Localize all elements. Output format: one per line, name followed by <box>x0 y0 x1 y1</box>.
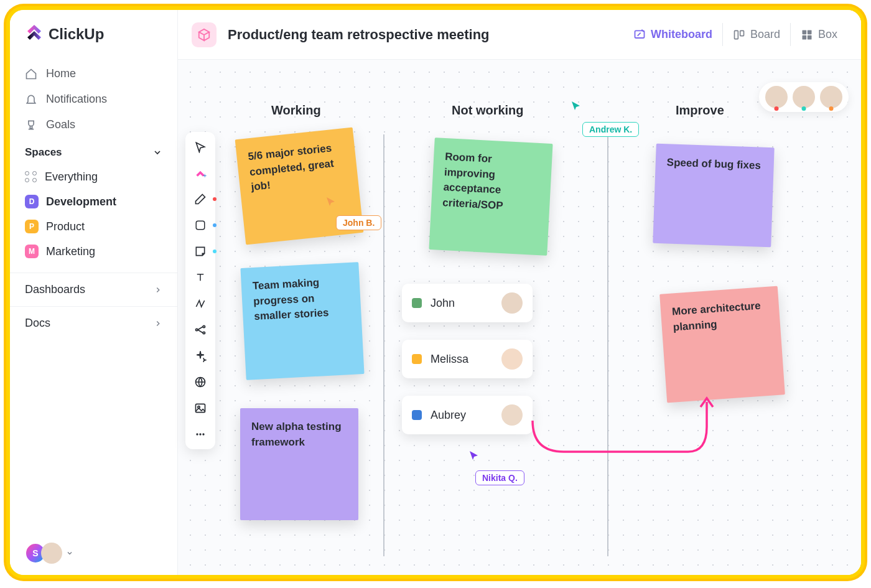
home-icon <box>25 68 37 80</box>
space-badge: M <box>25 245 39 258</box>
sidebar-docs[interactable]: Docs <box>10 306 177 340</box>
chevron-down-icon[interactable] <box>66 549 73 557</box>
sticky-text: More architecture planning <box>671 300 761 333</box>
view-tab-box[interactable]: Box <box>790 23 847 46</box>
cursor-icon <box>571 101 581 111</box>
nav-notifications[interactable]: Notifications <box>10 86 177 112</box>
sticky-note[interactable]: New alpha testing framework <box>240 408 358 520</box>
chevron-right-icon <box>154 319 162 328</box>
box-icon <box>801 29 813 41</box>
svg-text:+: + <box>203 172 207 179</box>
cursor-label: Andrew K. <box>582 122 639 137</box>
tool-shape[interactable] <box>193 218 208 233</box>
sidebar-space-marketing[interactable]: M Marketing <box>10 239 177 264</box>
presence-avatar[interactable] <box>765 86 788 108</box>
tool-ai[interactable] <box>193 348 208 363</box>
trophy-icon <box>25 119 37 131</box>
svg-rect-8 <box>196 221 205 230</box>
presence-avatar[interactable] <box>793 86 815 108</box>
cursor-label: John B. <box>336 215 381 230</box>
person-color <box>412 354 422 364</box>
svg-point-9 <box>196 329 198 330</box>
tool-more[interactable] <box>193 427 208 442</box>
space-label: Product <box>46 220 85 233</box>
cursor-icon <box>469 450 479 460</box>
app-frame: ClickUp Home Notifications Goals Spaces … <box>6 6 865 579</box>
view-tabs: Whiteboard Board Box <box>623 23 847 46</box>
cursor-icon <box>326 197 336 207</box>
avatar <box>501 404 523 426</box>
brand-name: ClickUp <box>49 26 104 43</box>
sidebar-everything-label: Everything <box>45 170 98 184</box>
sidebar: ClickUp Home Notifications Goals Spaces … <box>10 10 178 575</box>
page-icon[interactable] <box>192 22 217 47</box>
connector-arrow <box>526 390 725 477</box>
person-color <box>412 298 422 308</box>
spaces-header[interactable]: Spaces <box>10 138 177 165</box>
sticky-text: 5/6 major stories completed, great job! <box>248 142 335 193</box>
tool-text[interactable] <box>193 270 208 285</box>
svg-rect-13 <box>196 404 205 412</box>
nav-home-label: Home <box>46 67 76 80</box>
logo[interactable]: ClickUp <box>10 25 177 61</box>
svg-point-15 <box>196 433 198 435</box>
user-avatar[interactable] <box>41 543 62 564</box>
presence-avatar[interactable] <box>820 86 842 108</box>
column-divider <box>607 134 608 556</box>
svg-point-17 <box>202 433 204 435</box>
svg-point-11 <box>203 332 205 334</box>
sticky-text: Speed of bug fixes <box>666 156 761 171</box>
view-tab-label: Board <box>750 28 780 41</box>
tool-sticky[interactable] <box>193 244 208 259</box>
column-header-not-working: Not working <box>452 103 524 118</box>
page-title: Product/eng team retrospective meeting <box>228 27 490 43</box>
person-name: Aubrey <box>431 409 493 422</box>
avatar <box>501 292 523 314</box>
cube-icon <box>197 28 211 42</box>
space-badge: P <box>25 220 39 233</box>
view-tab-board[interactable]: Board <box>722 23 790 46</box>
sticky-note[interactable]: Speed of bug fixes <box>653 144 774 248</box>
sidebar-footer: S <box>10 531 177 575</box>
svg-rect-3 <box>802 30 806 34</box>
nav-goals[interactable]: Goals <box>10 112 177 138</box>
person-card[interactable]: Aubrey <box>402 396 533 434</box>
sticky-note[interactable]: Team making progress on smaller stories <box>240 262 364 380</box>
whiteboard-canvas[interactable]: Working Not working Improve 5/6 major st… <box>178 60 861 575</box>
sticky-text: Room for improving acceptance criteria/S… <box>442 151 503 212</box>
tool-select[interactable] <box>193 139 208 154</box>
sidebar-space-development[interactable]: D Development <box>10 189 177 214</box>
svg-rect-1 <box>734 30 738 39</box>
view-tab-whiteboard[interactable]: Whiteboard <box>623 23 722 46</box>
spaces-header-label: Spaces <box>25 146 62 159</box>
whiteboard-icon <box>633 29 646 41</box>
tool-image[interactable] <box>193 401 208 416</box>
space-badge: D <box>25 195 39 208</box>
person-name: Melissa <box>431 353 493 366</box>
tool-clickup[interactable]: + <box>193 166 208 180</box>
person-card[interactable]: Melissa <box>402 340 533 378</box>
tool-diagram[interactable] <box>193 322 208 337</box>
svg-rect-5 <box>802 35 806 39</box>
sidebar-dashboards-label: Dashboards <box>25 283 85 296</box>
sticky-note[interactable]: More architecture planning <box>659 286 785 403</box>
sidebar-docs-label: Docs <box>25 317 50 330</box>
sidebar-space-product[interactable]: P Product <box>10 214 177 239</box>
chevron-down-icon <box>152 147 162 157</box>
sidebar-everything[interactable]: Everything <box>10 165 177 189</box>
main-area: Product/eng team retrospective meeting W… <box>178 10 861 575</box>
person-card[interactable]: John <box>402 284 533 322</box>
nav-home[interactable]: Home <box>10 61 177 86</box>
tool-connector[interactable] <box>193 296 208 311</box>
whiteboard-toolbar: + <box>185 132 215 449</box>
tool-pen[interactable] <box>193 192 208 207</box>
sidebar-dashboards[interactable]: Dashboards <box>10 273 177 306</box>
svg-rect-2 <box>740 30 744 35</box>
svg-point-10 <box>203 325 205 327</box>
sticky-note[interactable]: Room for improving acceptance criteria/S… <box>429 138 552 256</box>
chevron-right-icon <box>154 286 162 294</box>
svg-point-16 <box>199 433 201 435</box>
avatar <box>501 348 523 370</box>
column-header-improve: Improve <box>676 103 724 118</box>
tool-web[interactable] <box>193 375 208 390</box>
